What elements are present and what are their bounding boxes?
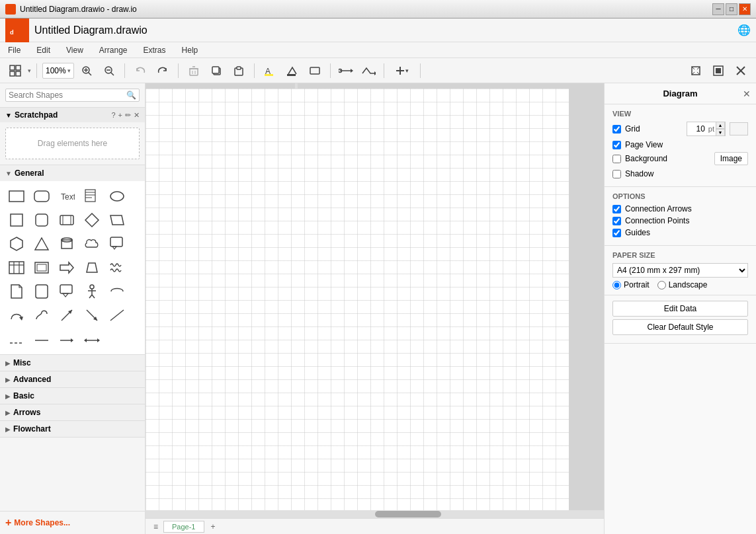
redo-button[interactable] [153, 61, 173, 80]
more-shapes[interactable]: + More Shapes... [0, 511, 145, 534]
page-menu-button[interactable]: ≡ [151, 521, 161, 533]
portrait-label[interactable]: Portrait [612, 280, 650, 289]
shape-double-arrow-line[interactable] [81, 328, 103, 350]
shape-table[interactable] [5, 256, 28, 279]
zoom-arrow[interactable]: ▾ [67, 67, 71, 74]
section-advanced-header[interactable]: ▶ Advanced [0, 371, 145, 387]
paste-button[interactable] [229, 61, 249, 80]
search-icon[interactable]: 🔍 [126, 91, 136, 100]
line-color-button[interactable] [282, 61, 302, 80]
shape-wave[interactable] [106, 256, 128, 279]
shape-parallelogram[interactable] [106, 209, 128, 231]
grid-spin-up[interactable]: ▲ [716, 122, 725, 129]
landscape-label[interactable]: Landscape [657, 280, 708, 289]
section-misc-header[interactable]: ▶ Misc [0, 355, 145, 371]
shape-note[interactable] [81, 185, 103, 208]
shape-process[interactable] [56, 209, 78, 231]
fill-color-button[interactable]: A [260, 61, 280, 80]
grid-checkbox[interactable] [612, 125, 621, 134]
zoom-in-button[interactable] [77, 61, 97, 80]
grid-value-field[interactable]: 10 [687, 123, 707, 135]
shape-rounded-note[interactable] [30, 280, 53, 303]
insert-button[interactable]: ▾ [390, 61, 415, 80]
shape-trapezoid[interactable] [81, 256, 103, 279]
shape-triangle[interactable] [30, 233, 53, 255]
clear-style-button[interactable]: Clear Default Style [612, 319, 748, 335]
close-panel-button[interactable] [731, 61, 751, 80]
menu-arrange[interactable]: Arrange [97, 44, 130, 56]
background-image-button[interactable]: Image [714, 152, 748, 165]
shape-arc[interactable] [106, 280, 128, 303]
close-button[interactable]: ✕ [739, 3, 751, 15]
paper-size-select[interactable]: A4 (210 mm x 297 mm) A3 Letter Legal Cus… [612, 263, 748, 278]
page-tab[interactable]: Page-1 [163, 521, 204, 533]
reset-view-button[interactable] [708, 61, 728, 80]
page-view-checkbox[interactable] [612, 141, 621, 149]
shape-rect[interactable] [5, 185, 28, 208]
landscape-radio[interactable] [657, 281, 666, 289]
shape-arrow-right[interactable] [56, 256, 78, 279]
edit-data-button[interactable]: Edit Data [612, 301, 748, 317]
shape-callout2[interactable] [56, 280, 78, 303]
section-flowchart-header[interactable]: ▶ Flowchart [0, 421, 145, 437]
menu-edit[interactable]: Edit [34, 44, 53, 56]
add-page-button[interactable]: + [207, 521, 220, 533]
shape-diamond[interactable] [81, 209, 103, 231]
minimize-button[interactable]: ─ [712, 3, 724, 15]
shape-rounded-rect[interactable] [30, 185, 53, 208]
shape-cloud[interactable] [81, 233, 103, 255]
copy-button[interactable] [206, 61, 226, 80]
horizontal-scrollbar[interactable] [146, 510, 604, 518]
connection-style-button[interactable] [336, 61, 356, 80]
shape-arrow-line[interactable] [56, 328, 78, 350]
grid-color-swatch[interactable] [730, 122, 748, 135]
shape-diagonal-arrow2[interactable] [81, 304, 103, 326]
section-arrows-header[interactable]: ▶ Arrows [0, 404, 145, 420]
background-checkbox[interactable] [612, 155, 621, 163]
fit-page-button[interactable] [686, 61, 706, 80]
view-toggle-button[interactable] [5, 61, 25, 80]
shape-square[interactable] [5, 209, 28, 231]
shape-text[interactable]: Text [56, 185, 78, 208]
shape-ellipse[interactable] [106, 185, 128, 208]
scratchpad-help[interactable]: ? [111, 111, 115, 120]
section-general-header[interactable]: ▼ General [0, 165, 145, 181]
shape-frame[interactable] [30, 256, 53, 279]
connection-arrows-checkbox[interactable] [612, 205, 621, 213]
grid-spin-down[interactable]: ▼ [716, 129, 725, 136]
globe-icon[interactable]: 🌐 [737, 24, 751, 36]
shape-cylinder[interactable] [56, 233, 78, 255]
shape-diagonal-arrow[interactable] [56, 304, 78, 326]
waypoint-button[interactable] [358, 61, 378, 80]
shape-callout[interactable] [106, 233, 128, 255]
shadow-checkbox[interactable] [612, 170, 621, 178]
shape-hexagon[interactable] [5, 233, 28, 255]
right-panel-close-button[interactable]: ✕ [743, 89, 751, 99]
search-input[interactable] [9, 91, 126, 100]
shape-dashed-line[interactable] [5, 328, 28, 350]
menu-file[interactable]: File [5, 44, 23, 56]
shape-line2[interactable] [30, 328, 53, 350]
menu-view[interactable]: View [63, 44, 86, 56]
connection-points-checkbox[interactable] [612, 217, 621, 225]
portrait-radio[interactable] [612, 281, 621, 289]
shape-rounded-sq[interactable] [30, 209, 53, 231]
delete-button[interactable] [184, 61, 204, 80]
section-basic-header[interactable]: ▶ Basic [0, 388, 145, 404]
scratchpad-add[interactable]: + [118, 111, 122, 120]
maximize-button[interactable]: □ [726, 3, 737, 15]
shape-curved-arrow[interactable] [5, 304, 28, 326]
canvas-area[interactable]: ≡ Page-1 + [146, 83, 604, 534]
scratchpad-close[interactable]: ✕ [134, 111, 140, 120]
shape-s-curve[interactable] [30, 304, 53, 326]
shape-line[interactable] [106, 304, 128, 326]
shape-actor[interactable] [81, 280, 103, 303]
view-toggle-arrow[interactable]: ▾ [28, 67, 31, 74]
scratchpad-header[interactable]: ▼ Scratchpad ? + ✏ ✕ [0, 108, 145, 122]
scrollbar-thumb[interactable] [375, 511, 441, 517]
undo-button[interactable] [130, 61, 150, 80]
menu-help[interactable]: Help [179, 44, 201, 56]
guides-checkbox[interactable] [612, 229, 621, 237]
scratchpad-edit[interactable]: ✏ [125, 111, 131, 120]
shape-style-button[interactable] [305, 61, 325, 80]
